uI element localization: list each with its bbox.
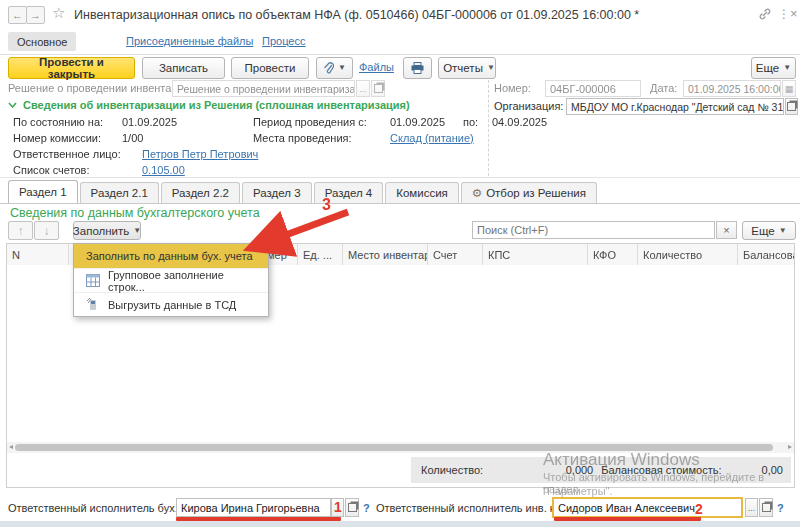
grid-hscrollbar-thumb[interactable] (15, 444, 773, 451)
fill-button[interactable]: Заполнить▼ (73, 221, 141, 240)
menu-item-export-tsd[interactable]: Выгрузить данные в ТСД (74, 293, 268, 316)
decision-field[interactable]: Решение о проведении инвентаризации (ф. … (172, 80, 355, 97)
attach-button[interactable]: ▼ (316, 57, 353, 79)
calendar-icon: ▦ (785, 84, 794, 94)
more-button-top[interactable]: Еще▼ (751, 57, 796, 79)
chevron-down-icon: ▼ (783, 64, 791, 72)
grid-hscrollbar[interactable]: ◂ ▸ (7, 442, 794, 453)
date-field[interactable]: 01.09.2025 16:00:00 (683, 80, 781, 97)
column-header-kfo[interactable]: КФО (588, 244, 638, 265)
post-button[interactable]: Провести (231, 57, 309, 79)
tab-komissiya[interactable]: Комиссия (385, 182, 459, 203)
tab-razdel-1[interactable]: Раздел 1 (8, 180, 78, 203)
tab-razdel-3[interactable]: Раздел 3 (242, 182, 312, 203)
menu-item-fill-by-accounting[interactable]: Заполнить по данным бух. учета (74, 244, 268, 269)
commission-executor-choose-button[interactable]: ... (745, 498, 758, 517)
files-link[interactable]: Файлы (359, 61, 394, 73)
period-to-value: 04.09.2025 (492, 116, 547, 128)
bottom-window-edge (0, 521, 800, 527)
menu-item-label: Выгрузить данные в ТСД (108, 299, 236, 311)
annotation-underline-1 (176, 517, 341, 521)
titlebar: ← → ☆ Инвентаризационная опись по объект… (0, 0, 800, 30)
fill-dropdown-menu: Заполнить по данным бух. учета Групповое… (73, 243, 269, 317)
decision-choose-button[interactable]: ... (356, 80, 370, 97)
reports-button[interactable]: Отчеты▼ (438, 57, 496, 79)
annotation-number-3: 3 (322, 196, 331, 214)
column-header-kolichestvo[interactable]: Количество (638, 244, 738, 265)
nav-tab-main[interactable]: Основное (8, 32, 76, 51)
info-section-header[interactable]: Сведения об инвентаризации из Решения (с… (8, 99, 410, 111)
tab-otbor[interactable]: ⚙ Отбор из Решения (461, 182, 597, 203)
nav-tab-attached-files[interactable]: Присоединенные файлы (126, 35, 253, 47)
organization-open-button[interactable] (785, 98, 798, 115)
close-icon[interactable]: × (790, 6, 798, 21)
open-icon (762, 503, 771, 512)
chevron-down-icon: ▼ (487, 64, 495, 72)
scroll-left-icon[interactable]: ◂ (9, 442, 13, 451)
column-header-schet[interactable]: Счет (428, 244, 483, 265)
decision-open-button[interactable] (371, 80, 385, 97)
save-button[interactable]: Записать (142, 57, 225, 79)
annotation-underline-2 (554, 517, 701, 521)
decision-row: Решение о проведении инвентаризации: Реш… (0, 80, 800, 97)
tab-razdel-2-2[interactable]: Раздел 2.2 (161, 182, 240, 203)
open-icon (348, 503, 357, 512)
forward-button[interactable]: → (26, 6, 45, 24)
period-to-label: по: (463, 116, 478, 128)
number-label: Номер: (494, 82, 531, 94)
scroll-right-icon[interactable]: ▸ (788, 442, 792, 451)
date-calendar-button[interactable]: ▦ (782, 80, 796, 97)
tab-razdel-2-1[interactable]: Раздел 2.1 (80, 182, 159, 203)
tsd-device-icon (86, 298, 100, 311)
grid-section-title: Сведения по данным бухгалтерского учета (10, 206, 260, 220)
chevron-down-icon: ▼ (338, 64, 346, 72)
column-header-kps[interactable]: КПС (483, 244, 588, 265)
accounts-link[interactable]: 0.105.00 (142, 164, 185, 176)
reports-label: Отчеты (443, 62, 483, 74)
organization-field[interactable]: МБДОУ МО г.Краснодар "Детский сад № 314" (566, 98, 784, 115)
commission-executor-help-link[interactable]: ? (777, 502, 784, 514)
totals-value-label: Балансовая стоимость: (601, 464, 721, 476)
column-header-ed[interactable]: Ед. ... (298, 244, 343, 265)
back-button[interactable]: ← (8, 6, 27, 24)
chevron-down-icon: ▼ (133, 227, 141, 235)
places-label: Места проведения: (253, 132, 352, 144)
nav-tab-process[interactable]: Процесс (262, 35, 305, 47)
responsible-person-link[interactable]: Петров Петр Петрович (142, 148, 258, 160)
tabstrip-baseline (0, 203, 800, 204)
menu-item-label: Заполнить по данным бух. учета (86, 250, 253, 262)
move-down-button[interactable]: ↓ (34, 221, 59, 240)
post-and-close-button[interactable]: Провести и закрыть (8, 57, 135, 79)
column-header-balansovaya[interactable]: Балансовая ст (738, 244, 794, 265)
accounting-executor-help-link[interactable]: ? (363, 502, 370, 514)
number-field[interactable]: 04БГ-000006 (545, 80, 641, 97)
move-up-button[interactable]: ↑ (8, 221, 33, 240)
totals-value-value: 0,00 (762, 464, 783, 476)
commission-executor-input[interactable] (552, 497, 743, 518)
organization-label: Организация: (494, 100, 563, 112)
menu-item-group-fill[interactable]: Групповое заполнение строк... (74, 269, 268, 293)
info-section-title: Сведения об инвентаризации из Решения (с… (23, 99, 410, 111)
window-menu-icon[interactable]: ⋮ (778, 7, 790, 21)
print-button[interactable] (403, 57, 432, 79)
search-input[interactable] (472, 221, 715, 239)
open-icon (374, 84, 383, 93)
menu-item-label: Групповое заполнение строк... (108, 269, 260, 293)
search-clear-button[interactable]: × (716, 221, 737, 239)
gear-icon: ⚙ (472, 186, 482, 200)
get-link-icon[interactable] (758, 7, 772, 23)
form-splitter[interactable] (488, 80, 489, 176)
commission-executor-open-button[interactable] (759, 498, 773, 517)
responsible-person-label: Ответственное лицо: (13, 148, 121, 160)
totals-qty-value: 0,000 (523, 464, 593, 476)
more-button-grid[interactable]: Еще▼ (742, 221, 796, 240)
more-grid-label: Еще (751, 225, 774, 237)
favorite-star-icon[interactable]: ☆ (52, 4, 65, 22)
places-link[interactable]: Склад (питание) (390, 132, 474, 144)
column-header-mesto[interactable]: Место инвентариз... (343, 244, 428, 265)
as-of-value: 01.09.2025 (122, 116, 177, 128)
accounting-executor-input[interactable] (176, 498, 331, 517)
accounting-executor-open-button[interactable] (345, 498, 359, 517)
window-title: Инвентаризационная опись по объектам НФА… (74, 8, 694, 22)
column-header-n[interactable]: N (7, 244, 69, 265)
